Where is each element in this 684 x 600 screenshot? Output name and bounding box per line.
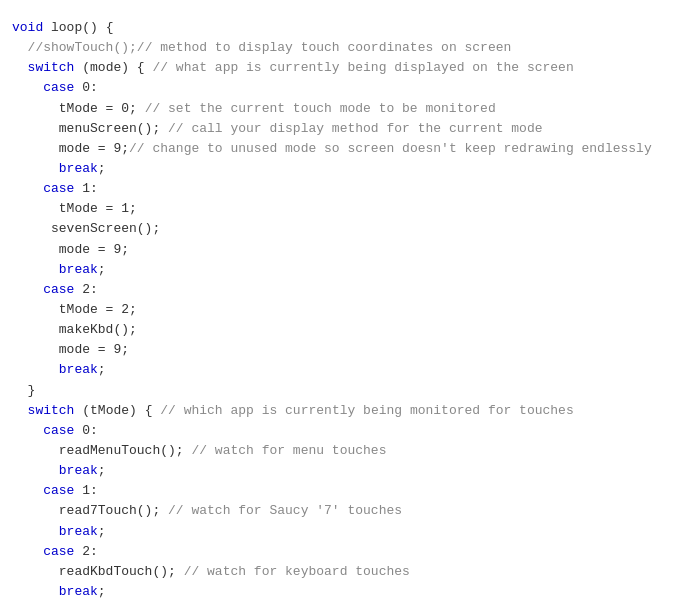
code-line: break; <box>0 522 684 542</box>
code-line: void loop() { <box>0 18 684 38</box>
code-line: read7Touch(); // watch for Saucy '7' tou… <box>0 501 684 521</box>
code-line: mode = 9; <box>0 340 684 360</box>
code-line: mode = 9;// change to unused mode so scr… <box>0 139 684 159</box>
code-line: readKbdTouch(); // watch for keyboard to… <box>0 562 684 582</box>
code-line: tMode = 2; <box>0 300 684 320</box>
code-line: case 1: <box>0 481 684 501</box>
code-line: switch (mode) { // what app is currently… <box>0 58 684 78</box>
code-line: break; <box>0 159 684 179</box>
code-line: case 0: <box>0 421 684 441</box>
code-line: tMode = 0; // set the current touch mode… <box>0 99 684 119</box>
code-line: tMode = 1; <box>0 199 684 219</box>
code-line: case 0: <box>0 78 684 98</box>
code-line: mode = 9; <box>0 240 684 260</box>
code-line: //showTouch();// method to display touch… <box>0 38 684 58</box>
code-line: menuScreen(); // call your display metho… <box>0 119 684 139</box>
code-line: } <box>0 381 684 401</box>
code-line: break; <box>0 360 684 380</box>
code-line: break; <box>0 260 684 280</box>
code-line: case 1: <box>0 179 684 199</box>
code-line: readMenuTouch(); // watch for menu touch… <box>0 441 684 461</box>
code-line: makeKbd(); <box>0 320 684 340</box>
code-line: break; <box>0 582 684 600</box>
code-line: sevenScreen(); <box>0 219 684 239</box>
code-line: case 2: <box>0 542 684 562</box>
code-line: case 2: <box>0 280 684 300</box>
code-line: break; <box>0 461 684 481</box>
code-line: switch (tMode) { // which app is current… <box>0 401 684 421</box>
code-viewer: void loop() { //showTouch();// method to… <box>0 10 684 600</box>
